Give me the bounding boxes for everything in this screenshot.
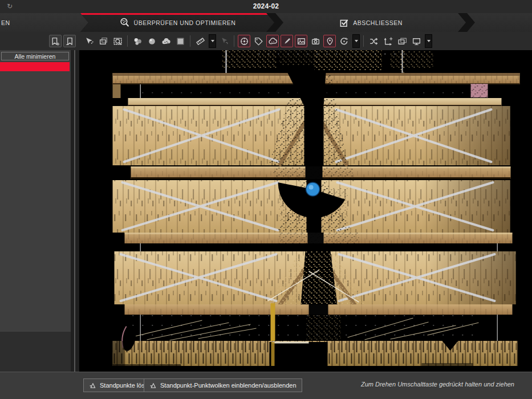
plane-tool[interactable]	[174, 35, 186, 47]
toggle-scan-points[interactable]	[238, 35, 250, 47]
marker-pen-icon	[282, 36, 292, 46]
toggle-images[interactable]	[295, 35, 307, 47]
station-delete-icon	[89, 382, 96, 389]
map-pin-icon	[325, 36, 335, 46]
rotate-hint-text: Zum Drehen Umschalttaste gedrückt halten…	[361, 381, 514, 388]
measure-icon	[196, 36, 205, 46]
toolbar-group	[238, 34, 360, 48]
toggle-markers[interactable]	[281, 35, 293, 47]
point-cloud-tool[interactable]	[160, 35, 172, 47]
bookmark-plus-icon	[51, 36, 60, 46]
toolbar	[0, 32, 532, 51]
inspect-magnifier-icon	[119, 17, 130, 28]
display-options-button[interactable]	[410, 35, 423, 47]
tab-finish[interactable]: ABSCHLIESSEN	[275, 13, 466, 32]
toggle-station-clouds-button[interactable]: Standpunkt-Punktwolken einblenden/ausble…	[144, 378, 302, 392]
pick-point-tool[interactable]	[218, 35, 230, 47]
spheres-icon	[133, 36, 143, 46]
point-cloud-render	[79, 50, 532, 372]
sidebar-footer	[0, 332, 71, 372]
point-cloud-solid-icon	[161, 36, 171, 46]
panorama-icon	[397, 36, 407, 46]
chevron-down-icon	[427, 40, 431, 42]
workflow-tabbar: EN ÜBERPRÜFEN UND OPTIMIEREN ABSCHLIESSE…	[0, 13, 532, 32]
active-tab-indicator	[80, 13, 274, 15]
select-cloud-icon	[84, 36, 94, 46]
measure-tool-dropdown[interactable]	[209, 34, 216, 48]
image-icon	[297, 36, 306, 46]
cloud-icon	[268, 36, 278, 46]
split-arrows-icon	[369, 36, 379, 46]
view-bookmark-add-button[interactable]	[49, 35, 62, 47]
toolbar-separator	[363, 35, 364, 47]
tag-icon	[254, 36, 263, 46]
scan-point-icon	[239, 36, 249, 46]
display-options-button-dropdown[interactable]	[425, 34, 432, 48]
split-view-button[interactable]	[367, 35, 380, 47]
tab-review-and-optimize[interactable]: ÜBERPRÜFEN UND OPTIMIEREN	[80, 13, 274, 32]
station-toggle-icon	[149, 382, 157, 389]
checkbox-check-icon	[339, 18, 349, 28]
toggle-map-pins[interactable]	[323, 35, 336, 47]
project-title: 2024-02	[0, 2, 532, 10]
tab-label: EN	[1, 19, 10, 26]
panorama-images-button[interactable]	[396, 35, 408, 47]
toolbar-group	[83, 35, 124, 47]
structure-sidebar: Alle minimieren	[0, 50, 71, 372]
monitor-icon	[412, 36, 421, 46]
tab-previous-step[interactable]: EN	[0, 13, 88, 32]
application-window: ↻ 2024-02 EN ÜBERPRÜFEN UND OPTIMIEREN A…	[0, 0, 532, 399]
tab-label: ABSCHLIESSEN	[353, 19, 403, 26]
toolbar-group	[49, 35, 76, 47]
panel-divider[interactable]	[71, 50, 79, 372]
chevron-down-icon	[211, 40, 214, 42]
select-rect-icon	[99, 36, 108, 46]
bookmark-icon	[65, 36, 75, 46]
toggle-point-clouds[interactable]	[266, 35, 279, 47]
orbit-mode-button-dropdown[interactable]	[352, 34, 360, 48]
view-bookmark-button[interactable]	[63, 35, 76, 47]
chevron-down-icon	[355, 40, 358, 42]
axes-icon	[383, 36, 393, 46]
zoom-window-icon	[113, 36, 123, 46]
bottom-bar: Standpunkte löschen Standpunkt-Punktwolk…	[0, 372, 532, 399]
toolbar-separator	[234, 35, 234, 47]
selected-scan-row[interactable]	[0, 62, 70, 71]
plane-icon	[176, 36, 185, 46]
titlebar: ↻ 2024-02	[0, 0, 532, 13]
toggle-cameras[interactable]	[309, 35, 322, 47]
coordinate-axes-button[interactable]	[381, 35, 394, 47]
camera-icon	[311, 36, 320, 46]
tab-placeholder	[467, 13, 532, 32]
pick-arrow-icon	[220, 36, 229, 46]
rectangle-select-tool[interactable]	[97, 35, 109, 47]
toolbar-separator	[127, 35, 128, 47]
orbit-mode-button[interactable]	[338, 35, 350, 47]
measure-tool[interactable]	[194, 35, 206, 47]
toggle-tags[interactable]	[252, 35, 265, 47]
toolbar-separator	[190, 35, 190, 47]
orbit-icon	[339, 36, 349, 46]
collapse-all-button[interactable]: Alle minimieren	[1, 52, 69, 60]
select-scan-tool[interactable]	[83, 35, 95, 47]
zoom-window-tool[interactable]	[111, 35, 124, 47]
sphere-tool[interactable]	[145, 35, 158, 47]
toolbar-group	[194, 34, 230, 48]
scan-view-canvas[interactable]	[79, 50, 532, 372]
registration-spheres-tool[interactable]	[131, 35, 144, 47]
sphere-icon	[147, 36, 157, 46]
toolbar-group	[131, 35, 186, 47]
tab-label: ÜBERPRÜFEN UND OPTIMIEREN	[134, 19, 236, 26]
toolbar-group	[367, 34, 432, 48]
